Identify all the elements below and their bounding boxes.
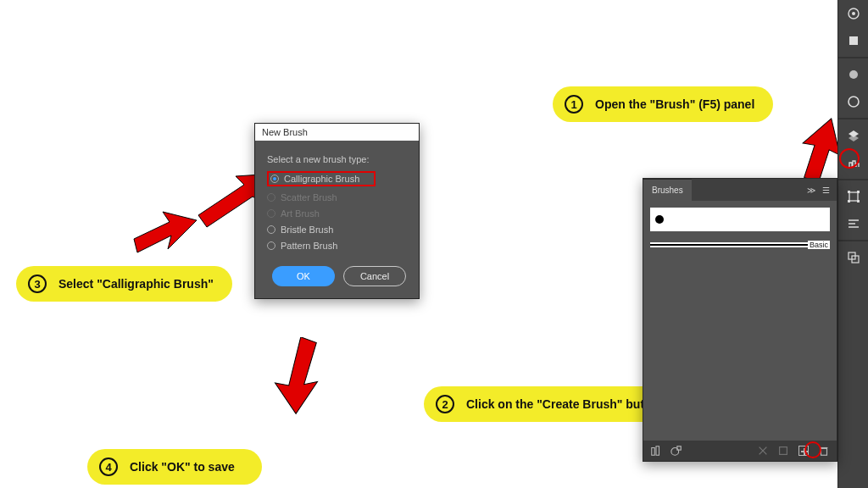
radio-label: Calligraphic Brush — [284, 174, 359, 184]
svg-rect-16 — [849, 36, 858, 45]
right-panel-dock — [837, 0, 868, 488]
svg-rect-23 — [857, 191, 860, 193]
dialog-prompt: Select a new brush type: — [267, 154, 407, 164]
brushes-tab[interactable]: Brushes — [643, 179, 692, 201]
callout-1: 1 Open the "Brush" (F5) panel — [553, 86, 773, 122]
basic-brush-row[interactable]: Basic — [650, 238, 830, 252]
callout-3: 3 Select "Calligraphic Brush" — [16, 266, 232, 302]
svg-rect-22 — [848, 191, 850, 193]
svg-rect-21 — [849, 192, 858, 201]
radio-bristle[interactable]: Bristle Brush — [267, 225, 407, 235]
radio-icon — [267, 241, 275, 250]
radio-label: Pattern Brush — [281, 241, 337, 251]
callout-text: Select "Calligraphic Brush" — [58, 277, 214, 291]
svg-marker-20 — [849, 135, 859, 141]
radio-pattern[interactable]: Pattern Brush — [267, 241, 407, 251]
swatches-panel-icon[interactable] — [842, 90, 865, 114]
pathfinder-panel-icon[interactable] — [842, 246, 865, 269]
round-brush-swatch[interactable] — [655, 215, 664, 224]
svg-rect-5 — [652, 448, 655, 456]
callout-number: 3 — [28, 274, 47, 293]
brushes-panel: Brushes ≫ ☰ Basic — [643, 178, 837, 462]
callout-number: 2 — [436, 395, 454, 413]
callout-text: Open the "Brush" (F5) panel — [595, 97, 754, 111]
highlight-brushes-icon — [839, 148, 860, 169]
svg-rect-12 — [821, 448, 827, 455]
radio-label: Scatter Brush — [281, 192, 337, 202]
layers-panel-icon[interactable] — [842, 124, 865, 147]
radio-label: Art Brush — [281, 208, 320, 219]
libraries-panel-icon[interactable] — [842, 29, 865, 53]
highlight-create-brush — [804, 441, 821, 458]
callout-text: Click on the "Create Brush" button — [466, 397, 663, 411]
arrow-from-ok — [270, 337, 329, 415]
dialog-title: New Brush — [262, 127, 308, 137]
callout-text: Click "OK" to save — [130, 460, 235, 474]
new-brush-dialog: New Brush Select a new brush type: Calli… — [254, 123, 420, 299]
svg-rect-6 — [656, 446, 659, 456]
svg-marker-2 — [134, 212, 197, 252]
color-panel-icon[interactable] — [842, 63, 865, 86]
callout-number: 4 — [99, 458, 118, 476]
brush-type-radio-group: Calligraphic Brush Scatter Brush Art Bru… — [267, 171, 407, 251]
radio-label: Bristle Brush — [281, 225, 333, 235]
collapse-panel-icon[interactable]: ≫ — [807, 186, 815, 195]
remove-stroke-icon[interactable] — [757, 445, 769, 457]
radio-icon — [270, 175, 279, 183]
brush-library-icon[interactable] — [650, 445, 662, 457]
transform-panel-icon[interactable] — [842, 185, 865, 208]
brushes-panel-icon[interactable] — [842, 151, 865, 175]
radio-calligraphic[interactable]: Calligraphic Brush — [267, 171, 376, 186]
radio-icon — [267, 225, 275, 234]
panel-menu-icon[interactable]: ☰ — [822, 186, 830, 195]
callout-number: 1 — [565, 95, 583, 114]
svg-point-18 — [849, 97, 859, 107]
radio-scatter: Scatter Brush — [267, 192, 407, 202]
cancel-button[interactable]: Cancel — [343, 266, 406, 286]
radio-art: Art Brush — [267, 208, 407, 219]
ok-button[interactable]: OK — [272, 266, 335, 286]
svg-marker-0 — [800, 117, 843, 183]
libraries-icon[interactable] — [670, 445, 682, 457]
callout-4: 4 Click "OK" to save — [87, 449, 262, 485]
basic-brush-stroke — [650, 242, 808, 247]
svg-rect-24 — [848, 200, 850, 202]
svg-rect-11 — [780, 447, 787, 455]
svg-marker-3 — [272, 337, 321, 415]
radio-icon — [267, 209, 275, 218]
arrow-from-step3 — [129, 202, 197, 261]
brush-swatch-row[interactable] — [650, 208, 830, 231]
dialog-titlebar[interactable]: New Brush — [255, 124, 419, 141]
options-icon[interactable] — [777, 445, 789, 457]
panel-header: Brushes ≫ ☰ — [643, 179, 837, 201]
basic-brush-label: Basic — [808, 241, 830, 249]
svg-point-15 — [852, 12, 855, 15]
radio-icon — [267, 193, 275, 202]
align-panel-icon[interactable] — [842, 212, 865, 236]
svg-rect-25 — [857, 200, 860, 202]
arrow-to-brushes-panel-icon — [800, 117, 843, 183]
svg-point-17 — [849, 70, 858, 79]
properties-panel-icon[interactable] — [842, 2, 865, 25]
